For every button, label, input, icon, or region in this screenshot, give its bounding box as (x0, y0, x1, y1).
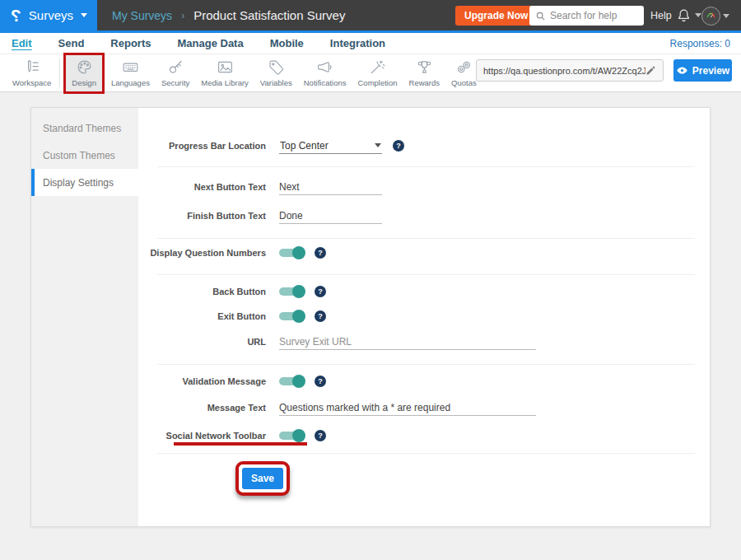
sidebar-item-custom-themes[interactable]: Custom Themes (31, 142, 138, 169)
help-icon[interactable]: ? (315, 376, 326, 387)
nav-tab-integration[interactable]: Integration (330, 37, 385, 49)
progress-bar-location-select[interactable]: Top Center (279, 138, 382, 154)
completion-icon (369, 58, 386, 76)
section-divider (157, 238, 695, 239)
notifications-icon (316, 58, 333, 76)
message-text-input[interactable] (279, 400, 536, 416)
app-logo-menu[interactable]: ? Surveys (0, 0, 97, 30)
exit-button-toggle[interactable] (279, 312, 304, 320)
top-header-bar: ? Surveys My Surveys › Product Satisfact… (0, 0, 741, 33)
toolbar-item-rewards[interactable]: Rewards (403, 55, 446, 91)
finish-button-text-label: Finish Button Text (138, 211, 266, 221)
rewards-icon (416, 58, 433, 76)
display-question-numbers-label: Display Question Numbers (138, 248, 266, 258)
nav-tab-reports[interactable]: Reports (110, 37, 151, 49)
red-annotation-box: Save (235, 461, 290, 496)
toolbar-item-variables[interactable]: Variables (254, 55, 298, 91)
toolbar-item-security[interactable]: Security (156, 55, 195, 91)
toolbar-item-label: Security (161, 78, 189, 87)
validation-message-label: Validation Message (138, 376, 266, 386)
toolbar-item-label: Workspace (12, 78, 51, 87)
eye-icon (676, 64, 688, 77)
toolbar-item-completion[interactable]: Completion (352, 55, 403, 91)
next-button-text-input[interactable] (279, 180, 382, 195)
toolbar-item-workspace[interactable]: Workspace (7, 55, 57, 91)
avatar (701, 7, 720, 26)
validation-message-toggle[interactable] (279, 377, 304, 385)
toolbar-item-design[interactable]: Design (66, 55, 102, 91)
back-button-row: Back Button ? (138, 282, 695, 301)
help-icon[interactable]: ? (393, 140, 404, 152)
page-title: Product Satisfaction Survey (193, 8, 345, 22)
nav-tab-edit[interactable]: Edit (12, 37, 32, 49)
finish-button-text-input[interactable] (279, 208, 382, 224)
chevron-down-icon (375, 143, 381, 147)
sidebar-item-display-settings[interactable]: Display Settings (31, 169, 138, 196)
toolbar-item-languages[interactable]: Languages (105, 55, 156, 91)
section-divider (157, 364, 695, 365)
social-network-toolbar-label: Social Network Toolbar (138, 431, 266, 441)
display-settings-panel: Standard Themes Custom Themes Display Se… (30, 107, 711, 527)
toolbar-item-label: Quotas (451, 78, 477, 87)
save-button[interactable]: Save (242, 468, 283, 489)
chevron-down-icon (81, 13, 87, 17)
media-library-icon (217, 58, 234, 76)
exit-url-input[interactable] (279, 334, 536, 350)
social-network-toolbar-toggle[interactable] (279, 432, 304, 440)
chevron-down-icon (723, 14, 729, 18)
themes-sidebar: Standard Themes Custom Themes Display Se… (31, 108, 138, 526)
languages-icon (122, 58, 139, 76)
edit-pencil-icon[interactable] (645, 65, 656, 76)
breadcrumb-my-surveys[interactable]: My Surveys (112, 9, 172, 22)
design-icon (76, 58, 93, 76)
upgrade-now-button[interactable]: Upgrade Now (455, 6, 537, 26)
help-search-box[interactable] (529, 6, 644, 26)
help-icon[interactable]: ? (315, 310, 326, 322)
toggle-knob (292, 310, 305, 323)
toolbar-item-label: Languages (111, 78, 150, 87)
section-divider (157, 166, 695, 167)
toggle-knob (292, 429, 305, 442)
display-question-numbers-row: Display Question Numbers ? (138, 244, 695, 262)
help-icon[interactable]: ? (315, 247, 326, 259)
account-menu[interactable] (701, 7, 729, 26)
breadcrumb: My Surveys › Product Satisfaction Survey (112, 0, 345, 30)
variables-icon (268, 58, 285, 76)
toolbar-item-label: Variables (260, 78, 292, 87)
toolbar-item-notifications[interactable]: Notifications (298, 55, 352, 91)
exit-button-label: Exit Button (138, 311, 266, 321)
help-icon[interactable]: ? (315, 286, 326, 297)
breadcrumb-separator-icon: › (181, 10, 184, 21)
progress-bar-location-label: Progress Bar Location (138, 141, 266, 151)
responses-count[interactable]: Responses: 0 (670, 38, 730, 49)
toolbar-item-label: Notifications (304, 78, 347, 87)
display-question-numbers-toggle[interactable] (279, 249, 304, 257)
toolbar-item-media-library[interactable]: Media Library (195, 55, 254, 91)
chevron-down-icon (695, 13, 701, 17)
search-icon (535, 11, 546, 21)
red-annotation-underline (174, 442, 307, 446)
preview-button-label: Preview (692, 65, 729, 77)
toolbar-item-label: Design (72, 78, 96, 87)
preview-button[interactable]: Preview (673, 59, 732, 82)
help-icon[interactable]: ? (315, 430, 326, 441)
survey-url-field[interactable]: https://qa.questionpro.com/t/AW22Zcq2J (476, 59, 664, 82)
sidebar-item-standard-themes[interactable]: Standard Themes (31, 114, 138, 142)
progress-bar-location-row: Progress Bar Location Top Center ? (138, 137, 695, 155)
notifications-bell-menu[interactable] (676, 7, 701, 23)
progress-bar-location-value: Top Center (280, 140, 329, 152)
nav-tab-send[interactable]: Send (58, 37, 85, 49)
toggle-knob (292, 246, 305, 259)
back-button-toggle[interactable] (279, 287, 304, 296)
nav-tab-mobile[interactable]: Mobile (270, 37, 304, 49)
back-button-label: Back Button (138, 287, 266, 296)
finish-button-text-row: Finish Button Text (138, 207, 695, 225)
help-link[interactable]: Help (650, 10, 672, 21)
survey-nav-bar: Edit Send Reports Manage Data Mobile Int… (0, 33, 741, 54)
message-text-label: Message Text (138, 403, 266, 413)
questionpro-logo-icon: ? (11, 7, 21, 24)
toolbar-item-label: Rewards (409, 78, 440, 87)
nav-tab-manage-data[interactable]: Manage Data (177, 37, 243, 49)
quotas-icon (455, 58, 473, 76)
surveys-menu-label: Surveys (29, 8, 73, 22)
